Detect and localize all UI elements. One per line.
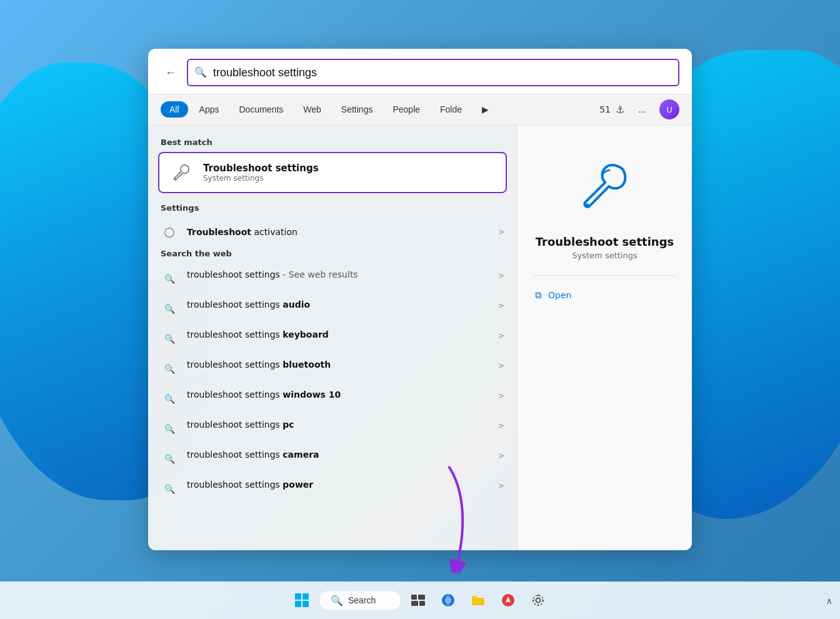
best-match-item[interactable]: Troubleshoot settings System settings <box>158 152 507 193</box>
detail-divider <box>532 275 677 276</box>
detail-icon-area <box>568 150 642 225</box>
detail-action-label: Open <box>548 290 571 300</box>
settings-section-label: Settings <box>148 201 517 218</box>
svg-rect-9 <box>411 601 418 606</box>
search-bar-area: ← 🔍 <box>148 49 692 94</box>
web-search-icon-0: 🔍 <box>161 270 178 288</box>
taskbar-search-button[interactable]: 🔍 Search <box>319 591 401 610</box>
tab-people[interactable]: People <box>384 101 429 118</box>
tab-settings[interactable]: Settings <box>332 101 382 118</box>
tab-folders[interactable]: Folde <box>431 101 471 118</box>
search-icon: 🔍 <box>194 66 207 78</box>
settings-result-troubleshoot-activation[interactable]: ◯ Troubleshoot activation > <box>148 218 517 246</box>
web-result-audio[interactable]: 🔍 troubleshoot settings audio > <box>148 293 517 323</box>
web-chevron-4: > <box>498 391 504 400</box>
windows-start-button[interactable] <box>289 588 314 613</box>
best-match-title: Troubleshoot settings <box>203 163 319 174</box>
svg-point-1 <box>585 204 589 208</box>
svg-rect-3 <box>295 593 301 600</box>
svg-rect-4 <box>302 593 309 600</box>
browser-icon-button[interactable] <box>436 588 461 613</box>
best-match-subtitle: System settings <box>203 174 319 183</box>
web-text-3: troubleshoot settings bluetooth <box>187 359 489 371</box>
tab-more-arrow[interactable]: ▶ <box>473 101 498 118</box>
result-count: 51 <box>599 104 611 114</box>
wrench-icon <box>168 159 194 186</box>
web-chevron-1: > <box>498 301 504 310</box>
open-icon: ⧉ <box>535 289 542 301</box>
app-icon-red[interactable] <box>496 588 521 613</box>
tab-apps[interactable]: Apps <box>191 101 228 118</box>
web-search-icon-2: 🔍 <box>161 330 178 348</box>
svg-rect-10 <box>419 601 425 606</box>
result-chevron: > <box>498 228 504 236</box>
web-chevron-0: > <box>498 271 504 280</box>
web-result-keyboard[interactable]: 🔍 troubleshoot settings keyboard > <box>148 323 517 353</box>
check-circle-icon: ◯ <box>161 223 178 241</box>
web-chevron-2: > <box>498 331 504 340</box>
web-text-1: troubleshoot settings audio <box>187 299 489 311</box>
web-search-icon-7: 🔍 <box>161 480 178 498</box>
best-match-label: Best match <box>148 135 517 152</box>
taskbar: 🔍 Search <box>0 581 840 619</box>
detail-subtitle: System settings <box>572 251 637 260</box>
search-bar-wrapper: 🔍 <box>187 59 679 86</box>
svg-rect-7 <box>411 595 417 600</box>
chevron-up-icon: ∧ <box>826 596 832 606</box>
svg-rect-6 <box>302 601 309 607</box>
web-search-icon-5: 🔍 <box>161 420 178 438</box>
left-panel: Best match Troubleshoot settings System … <box>148 125 517 550</box>
web-chevron-6: > <box>498 451 504 460</box>
tab-all[interactable]: All <box>161 101 188 118</box>
web-text-2: troubleshoot settings keyboard <box>187 329 489 341</box>
taskbar-search-icon: 🔍 <box>331 595 343 606</box>
svg-rect-8 <box>418 595 425 600</box>
web-chevron-3: > <box>498 361 504 370</box>
svg-point-14 <box>536 598 541 603</box>
web-search-icon-6: 🔍 <box>161 450 178 468</box>
web-search-icon-3: 🔍 <box>161 360 178 378</box>
user-avatar[interactable]: U <box>659 99 679 119</box>
web-chevron-7: > <box>498 481 504 490</box>
search-input[interactable] <box>187 59 679 86</box>
web-result-pc[interactable]: 🔍 troubleshoot settings pc > <box>148 413 517 443</box>
web-text-5: troubleshoot settings pc <box>187 419 489 431</box>
web-search-icon-1: 🔍 <box>161 300 178 318</box>
web-result-bluetooth[interactable]: 🔍 troubleshoot settings bluetooth > <box>148 353 517 383</box>
bing-icon: ⚓ <box>616 103 624 115</box>
web-result-see-web[interactable]: 🔍 troubleshoot settings - See web result… <box>148 263 517 293</box>
web-result-windows10[interactable]: 🔍 troubleshoot settings windows 10 > <box>148 383 517 413</box>
settings-icon-button[interactable] <box>526 588 551 613</box>
web-section-label: Search the web <box>148 246 517 263</box>
filter-more-area: 51 ⚓ ... U <box>599 99 679 119</box>
web-text-7: troubleshoot settings power <box>187 479 489 491</box>
detail-title: Troubleshoot settings <box>536 235 674 248</box>
web-result-camera[interactable]: 🔍 troubleshoot settings camera > <box>148 443 517 473</box>
web-result-power[interactable]: 🔍 troubleshoot settings power > <box>148 473 517 503</box>
task-view-button[interactable] <box>406 588 431 613</box>
back-button[interactable]: ← <box>161 63 181 83</box>
tab-documents[interactable]: Documents <box>230 101 292 118</box>
svg-point-0 <box>174 178 176 179</box>
search-window: ← 🔍 All Apps Documents Web Settings Peop… <box>148 49 692 550</box>
right-panel: Troubleshoot settings System settings ⧉ … <box>517 125 692 550</box>
web-chevron-5: > <box>498 421 504 430</box>
detail-action-open[interactable]: ⧉ Open <box>532 286 677 304</box>
result-text-activation: Troubleshoot activation <box>187 227 489 237</box>
web-text-4: troubleshoot settings windows 10 <box>187 389 489 401</box>
file-explorer-button[interactable] <box>466 588 491 613</box>
more-options-button[interactable]: ... <box>629 101 654 118</box>
web-text-0: troubleshoot settings - See web results <box>187 269 489 281</box>
svg-rect-5 <box>295 601 301 607</box>
filter-tabs: All Apps Documents Web Settings People F… <box>148 94 692 125</box>
tab-web[interactable]: Web <box>294 101 330 118</box>
show-desktop-button[interactable]: ∧ <box>826 595 832 606</box>
taskbar-search-label: Search <box>348 595 376 605</box>
search-content: Best match Troubleshoot settings System … <box>148 125 692 550</box>
web-text-6: troubleshoot settings camera <box>187 449 489 461</box>
web-search-icon-4: 🔍 <box>161 390 178 408</box>
best-match-text: Troubleshoot settings System settings <box>203 163 319 183</box>
svg-point-15 <box>533 595 543 605</box>
